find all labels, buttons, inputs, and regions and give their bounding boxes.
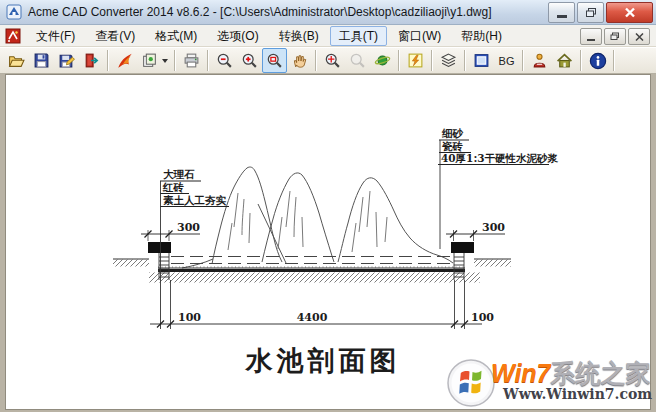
zoom-window-button[interactable] — [320, 48, 345, 73]
flash-button[interactable] — [403, 48, 428, 73]
right-coping-stone — [451, 242, 474, 253]
drawing-canvas[interactable]: 大理石 红砖 素土人工夯实 细砂 瓷砖 40厚1:3干硬性水泥砂浆 — [5, 74, 651, 410]
batch-convert-button[interactable] — [137, 48, 162, 73]
menu-item-options[interactable]: 选项(O) — [208, 26, 267, 46]
windows-logo-icon — [447, 359, 495, 407]
menu-bar: 文件(F) 查看(V) 格式(M) 选项(O) 转换(B) 工具(T) 窗口(W… — [0, 25, 656, 47]
home-icon — [556, 52, 573, 69]
close-file-icon — [83, 52, 100, 69]
mdi-minimize-button[interactable] — [580, 28, 602, 45]
render-button[interactable] — [370, 48, 395, 73]
zoom-in-icon — [241, 52, 258, 69]
toolbar-separator — [522, 50, 524, 71]
watermark: Win7系统之家 Www.Winwin7.com — [447, 357, 647, 409]
toolbar-separator — [107, 50, 109, 71]
print-icon — [183, 52, 200, 69]
close-file-button[interactable] — [79, 48, 104, 73]
save-as-icon — [58, 52, 75, 69]
bg-color-button[interactable]: BG — [494, 48, 519, 73]
mdi-minimize-icon — [587, 39, 595, 41]
zoom-previous-button[interactable] — [345, 48, 370, 73]
save-as-button[interactable] — [54, 48, 79, 73]
open-button[interactable] — [4, 48, 29, 73]
render-globe-icon — [374, 52, 391, 69]
menu-item-window[interactable]: 窗口(W) — [389, 26, 450, 46]
background-window-icon — [473, 52, 490, 69]
label-fine-sand: 细砂 — [441, 127, 464, 139]
print-button[interactable] — [179, 48, 204, 73]
background-button[interactable] — [469, 48, 494, 73]
toolbar-separator — [315, 50, 317, 71]
toolbar-separator — [398, 50, 400, 71]
bg-color-label: BG — [496, 55, 518, 67]
restore-button[interactable] — [577, 2, 604, 23]
shx-fonts-button[interactable] — [527, 48, 552, 73]
zoom-window-icon — [324, 52, 341, 69]
open-icon — [8, 52, 25, 69]
label-red-brick: 红砖 — [162, 181, 185, 193]
toolbar-separator — [174, 50, 176, 71]
zoom-extents-button[interactable] — [262, 48, 287, 73]
flash-icon — [407, 52, 424, 69]
title-bar: Acme CAD Converter 2014 v8.6.2 - [C:\Use… — [0, 0, 656, 25]
save-button[interactable] — [29, 48, 54, 73]
label-cement-mortar: 40厚1:3干硬性水泥砂浆 — [441, 152, 559, 164]
rockery-texture — [228, 191, 387, 252]
window-title: Acme CAD Converter 2014 v8.6.2 - [C:\Use… — [28, 5, 492, 19]
watermark-brand-suffix: 系统之家 — [551, 359, 651, 387]
toolbar-separator — [207, 50, 209, 71]
toolbar: BG — [0, 47, 656, 74]
mdi-close-button[interactable] — [628, 28, 650, 45]
drawing-title: 水池剖面图 — [245, 345, 401, 376]
app-window: Acme CAD Converter 2014 v8.6.2 - [C:\Use… — [0, 0, 656, 412]
convert-button[interactable] — [112, 48, 137, 73]
home-button[interactable] — [552, 48, 577, 73]
label-marble: 大理石 — [163, 168, 195, 180]
label-ceramic-tile: 瓷砖 — [442, 140, 464, 152]
pool-bottom-slab — [158, 267, 465, 272]
toolbar-separator — [613, 50, 615, 71]
menu-item-file[interactable]: 文件(F) — [27, 26, 84, 46]
info-icon — [589, 52, 607, 70]
zoom-in-button[interactable] — [237, 48, 262, 73]
dim-left-coping: 300 — [177, 221, 200, 234]
pan-button[interactable] — [287, 48, 312, 73]
watermark-brand-win7: Win7 — [491, 359, 551, 387]
close-button[interactable] — [606, 2, 653, 23]
restore-icon — [585, 7, 597, 18]
zoom-extents-icon — [266, 52, 283, 69]
dim-right-coping: 300 — [482, 221, 505, 234]
batch-dropdown-arrow-icon[interactable] — [162, 59, 168, 63]
menu-item-convert[interactable]: 转换(B) — [270, 26, 328, 46]
app-icon — [6, 4, 22, 20]
mdi-restore-button[interactable] — [604, 28, 626, 45]
zoom-previous-icon — [349, 52, 366, 69]
left-coping-stone — [148, 242, 171, 253]
convert-icon — [116, 52, 134, 70]
shx-fonts-icon — [531, 52, 548, 69]
dim-left-wall: 100 — [178, 311, 201, 324]
toolbar-separator — [580, 50, 582, 71]
minimize-icon — [557, 15, 567, 18]
dim-right-wall: 100 — [471, 311, 494, 324]
batch-convert-icon — [141, 52, 158, 69]
label-compacted-soil: 素土人工夯实 — [163, 194, 227, 206]
layers-button[interactable] — [436, 48, 461, 73]
layers-icon — [440, 52, 457, 69]
menu-item-help[interactable]: 帮助(H) — [452, 26, 511, 46]
toolbar-separator — [464, 50, 466, 71]
minimize-button[interactable] — [548, 2, 575, 23]
zoom-out-icon — [216, 52, 233, 69]
rockery-outline — [182, 167, 453, 268]
menu-item-view[interactable]: 查看(V) — [86, 26, 144, 46]
menu-item-format[interactable]: 格式(M) — [146, 26, 206, 46]
menu-item-tools[interactable]: 工具(T) — [330, 26, 387, 46]
toolbar-separator — [431, 50, 433, 71]
mdi-close-icon — [635, 33, 644, 41]
dim-pool-width: 4400 — [297, 311, 328, 324]
zoom-out-button[interactable] — [212, 48, 237, 73]
mdi-restore-icon — [610, 32, 620, 41]
watermark-url: Www.Winwin7.com — [503, 386, 652, 402]
document-icon — [5, 28, 21, 44]
about-button[interactable] — [585, 48, 610, 73]
